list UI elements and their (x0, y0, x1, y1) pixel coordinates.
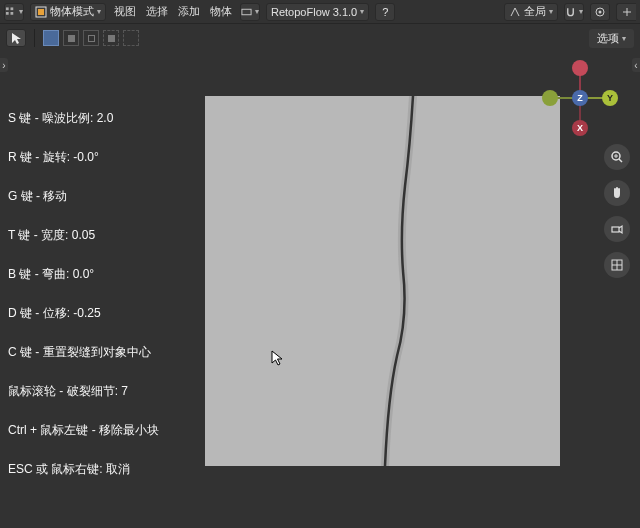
hint-t: T 键 - 宽度: 0.05 (8, 227, 159, 244)
svg-line-10 (619, 159, 622, 162)
options-label: 选项 (597, 31, 619, 46)
perspective-toggle-button[interactable] (604, 252, 630, 278)
operator-hints: S 键 - 噪波比例: 2.0 R 键 - 旋转: -0.0° G 键 - 移动… (8, 110, 159, 478)
chevron-down-icon: ▾ (622, 34, 626, 43)
mode-dropdown[interactable]: 物体模式 ▾ (30, 3, 106, 21)
addon-label: RetopoFlow 3.1.0 (271, 6, 357, 18)
hint-c: C 键 - 重置裂缝到对象中心 (8, 344, 159, 361)
svg-rect-13 (612, 227, 619, 232)
right-panel-toggle[interactable]: ‹ (632, 58, 640, 72)
addon-dropdown[interactable]: RetopoFlow 3.1.0 ▾ (266, 3, 369, 21)
viewport-tools (604, 144, 630, 278)
options-dropdown[interactable]: 选项 ▾ (589, 29, 634, 48)
select-mode-new[interactable] (43, 30, 59, 46)
navigation-gizmo[interactable]: Z X Y (540, 58, 620, 138)
cursor-tool-button[interactable] (6, 29, 26, 47)
menu-view[interactable]: 视图 (112, 4, 138, 19)
hint-b: B 键 - 弯曲: 0.0° (8, 266, 159, 283)
orientation-label: 全局 (524, 4, 546, 19)
tool-settings-bar: 选项 ▾ (0, 24, 640, 52)
help-button[interactable]: ? (375, 3, 395, 21)
proportional-button[interactable] (590, 3, 610, 21)
svg-point-8 (599, 10, 602, 13)
extra-button-1[interactable] (616, 3, 636, 21)
svg-rect-5 (38, 9, 44, 15)
chevron-down-icon: ▾ (549, 7, 553, 16)
hint-wheel: 鼠标滚轮 - 破裂细节: 7 (8, 383, 159, 400)
svg-rect-1 (11, 7, 14, 10)
menu-object[interactable]: 物体 (208, 4, 234, 19)
select-mode-extend[interactable] (63, 30, 79, 46)
hint-esc: ESC 或 鼠标右键: 取消 (8, 461, 159, 478)
viewport-3d[interactable] (205, 96, 560, 466)
pan-button[interactable] (604, 180, 630, 206)
gizmo-neg-x-top[interactable] (572, 60, 588, 76)
menu-select[interactable]: 选择 (144, 4, 170, 19)
snap-button[interactable]: ▾ (564, 3, 584, 21)
hint-r: R 键 - 旋转: -0.0° (8, 149, 159, 166)
shading-button[interactable]: ▾ (240, 3, 260, 21)
zoom-button[interactable] (604, 144, 630, 170)
hint-ctrl: Ctrl + 鼠标左键 - 移除最小块 (8, 422, 159, 439)
chevron-down-icon: ▾ (97, 7, 101, 16)
svg-rect-0 (6, 7, 9, 10)
hint-d: D 键 - 位移: -0.25 (8, 305, 159, 322)
chevron-down-icon: ▾ (19, 7, 23, 16)
crack-preview (205, 96, 560, 466)
gizmo-z[interactable]: Z (572, 90, 588, 106)
mode-label: 物体模式 (50, 4, 94, 19)
select-mode-invert[interactable] (123, 30, 139, 46)
header-toolbar: ▾ 物体模式 ▾ 视图 选择 添加 物体 ▾ RetopoFlow 3.1.0 … (0, 0, 640, 24)
editor-type-button[interactable]: ▾ (4, 3, 24, 21)
svg-rect-6 (242, 9, 251, 15)
svg-rect-2 (6, 12, 9, 15)
hint-g: G 键 - 移动 (8, 188, 159, 205)
gizmo-y[interactable]: Y (602, 90, 618, 106)
select-mode-intersect[interactable] (103, 30, 119, 46)
camera-view-button[interactable] (604, 216, 630, 242)
select-mode-subtract[interactable] (83, 30, 99, 46)
orientation-dropdown[interactable]: 全局 ▾ (504, 3, 558, 21)
gizmo-neg-y[interactable] (542, 90, 558, 106)
hint-s: S 键 - 噪波比例: 2.0 (8, 110, 159, 127)
chevron-down-icon: ▾ (579, 7, 583, 16)
gizmo-x[interactable]: X (572, 120, 588, 136)
left-panel-toggle[interactable]: › (0, 58, 8, 72)
chevron-down-icon: ▾ (255, 7, 259, 16)
divider (34, 29, 35, 47)
menu-add[interactable]: 添加 (176, 4, 202, 19)
chevron-down-icon: ▾ (360, 7, 364, 16)
svg-rect-3 (11, 12, 14, 15)
